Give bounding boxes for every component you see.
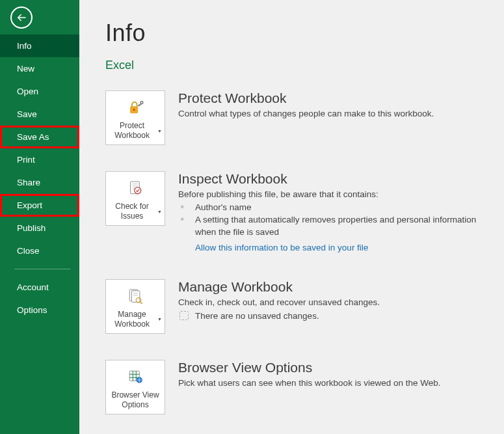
svg-point-6 <box>135 187 141 194</box>
nav-close[interactable]: Close <box>0 239 79 262</box>
unsaved-text: There are no unsaved changes. <box>195 311 319 321</box>
issue-item: Author's name <box>178 202 484 214</box>
protect-workbook-tile[interactable]: Protect Workbook ▼ <box>105 90 165 145</box>
nav-label: Save <box>17 109 37 119</box>
section-browser: Browser View Options Browser View Option… <box>105 360 484 414</box>
nav-label: Publish <box>17 223 46 233</box>
document-check-icon <box>126 177 145 199</box>
nav-label: Save As <box>17 132 49 142</box>
nav-label: Account <box>17 282 49 292</box>
nav-primary: Info New Open Save Save As Print Share E… <box>0 34 79 321</box>
section-body: Manage Workbook Check in, check out, and… <box>178 279 484 321</box>
section-desc: Check in, check out, and recover unsaved… <box>178 297 484 307</box>
tile-label: Check for Issues ▼ <box>109 202 162 221</box>
nav-info[interactable]: Info <box>0 34 79 57</box>
lock-icon <box>126 96 145 118</box>
browser-view-options-tile[interactable]: Browser View Options <box>105 360 165 414</box>
nav-options[interactable]: Options <box>0 299 79 321</box>
section-title: Protect Workbook <box>178 90 484 106</box>
nav-publish[interactable]: Publish <box>0 217 79 239</box>
nav-separator <box>14 269 70 269</box>
section-title: Inspect Workbook <box>178 171 484 187</box>
tile-label: Protect Workbook ▼ <box>109 121 162 141</box>
document-name: Excel <box>105 59 484 72</box>
spreadsheet-globe-icon <box>126 366 145 388</box>
svg-point-2 <box>133 109 135 111</box>
tile-label: Browser View Options <box>109 390 162 410</box>
dropdown-icon: ▼ <box>157 210 162 215</box>
dropdown-icon: ▼ <box>157 317 162 323</box>
allow-info-link[interactable]: Allow this information to be saved in yo… <box>195 243 368 252</box>
main-panel: Info Excel Protect Workbook ▼ Protect Wo… <box>79 0 504 434</box>
nav-new[interactable]: New <box>0 57 79 80</box>
dropdown-icon: ▼ <box>157 129 162 135</box>
nav-print[interactable]: Print <box>0 148 79 171</box>
check-for-issues-tile[interactable]: Check for Issues ▼ <box>105 171 165 226</box>
section-body: Browser View Options Pick what users can… <box>178 360 484 390</box>
section-manage: Manage Workbook ▼ Manage Workbook Check … <box>105 279 484 334</box>
manage-workbook-tile[interactable]: Manage Workbook ▼ <box>105 279 165 334</box>
section-title: Manage Workbook <box>178 279 484 295</box>
back-button[interactable] <box>10 7 33 29</box>
nav-label: Options <box>17 305 47 315</box>
svg-rect-8 <box>131 291 140 303</box>
section-desc: Control what types of changes people can… <box>178 109 484 118</box>
tile-label: Manage Workbook ▼ <box>109 310 162 329</box>
section-body: Protect Workbook Control what types of c… <box>178 90 484 121</box>
nav-label: New <box>17 64 34 74</box>
section-body: Inspect Workbook Before publishing this … <box>178 171 484 253</box>
document-manage-icon <box>126 285 145 307</box>
unsaved-icon <box>179 311 189 320</box>
back-header <box>0 0 79 34</box>
section-inspect: Check for Issues ▼ Inspect Workbook Befo… <box>105 171 484 253</box>
section-desc: Before publishing this file, be aware th… <box>178 189 484 199</box>
nav-label: Share <box>17 178 40 187</box>
section-desc: Pick what users can see when this workbo… <box>178 378 484 388</box>
nav-share[interactable]: Share <box>0 171 79 194</box>
nav-label: Export <box>17 200 42 210</box>
nav-open[interactable]: Open <box>0 80 79 103</box>
nav-label: Open <box>17 87 38 96</box>
svg-line-10 <box>140 301 142 303</box>
issue-item: A setting that automatically removes pro… <box>178 214 484 239</box>
page-title: Info <box>105 20 484 47</box>
nav-account[interactable]: Account <box>0 276 79 299</box>
section-protect: Protect Workbook ▼ Protect Workbook Cont… <box>105 90 484 145</box>
nav-export[interactable]: Export <box>0 194 79 217</box>
section-title: Browser View Options <box>178 360 484 375</box>
nav-label: Close <box>17 246 40 256</box>
nav-label: Print <box>17 155 35 165</box>
back-arrow-icon <box>16 12 27 23</box>
nav-label: Info <box>17 41 32 51</box>
backstage-sidebar: Info New Open Save Save As Print Share E… <box>0 0 79 434</box>
unsaved-row: There are no unsaved changes. <box>178 311 484 321</box>
nav-save-as[interactable]: Save As <box>0 126 79 148</box>
nav-save[interactable]: Save <box>0 103 79 126</box>
issues-list: Author's name A setting that automatical… <box>178 202 484 239</box>
svg-point-4 <box>140 102 143 104</box>
